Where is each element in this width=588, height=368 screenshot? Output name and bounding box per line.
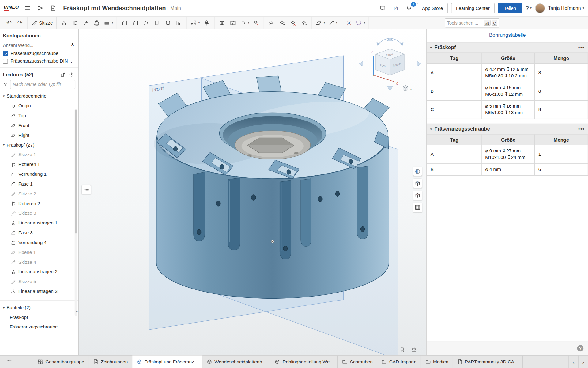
caret-down-icon[interactable]: ▾ [324, 21, 325, 25]
feature-item-verrundung-1[interactable]: Verrundung 1 [0, 169, 78, 179]
feature-item-skizze-3[interactable]: Skizze 3 [0, 209, 78, 218]
caret-down-icon[interactable]: ▾ [198, 21, 200, 25]
tab-wendeschneidplattenh[interactable]: Wendeschneidplattenh... [202, 356, 270, 368]
mirror-button[interactable] [201, 17, 212, 28]
scroll-tabs-right-button[interactable]: › [578, 356, 588, 368]
loft-button[interactable] [92, 17, 102, 28]
config-checkbox-2[interactable]: Fräseranzugsschraube DIN 6... [3, 59, 75, 64]
feature-item-fase-1[interactable]: Fase 1 [0, 179, 78, 189]
shell-button[interactable] [152, 17, 162, 28]
chamfer-button[interactable] [130, 17, 141, 28]
revolve-button[interactable] [70, 17, 80, 28]
scrollbar-thumb[interactable] [75, 110, 77, 234]
hole-row-B[interactable]: B⌀ 4 mm6 [427, 163, 588, 175]
balance-icon[interactable] [411, 346, 417, 353]
split-button[interactable] [228, 17, 238, 28]
scroll-down-icon[interactable]: ▾ [76, 310, 78, 313]
feature-item-skizze-2[interactable]: Skizze 2 [0, 189, 78, 199]
draft-button[interactable] [141, 17, 151, 28]
add-custom-feature-button[interactable] [59, 70, 67, 79]
move-face-button[interactable] [277, 17, 288, 28]
caret-down-icon[interactable]: ▾ [248, 21, 249, 25]
tab-fräskopf-und-fräseranz[interactable]: Fräskopf und Fräseranz... [132, 356, 202, 368]
chevron-down-icon[interactable]: ▾ [430, 46, 432, 49]
config-parameter-row[interactable]: Anzahl Wend... 8 [3, 42, 75, 48]
feature-item-rotieren-2[interactable]: Rotieren 2 [0, 199, 78, 209]
part-item-fräseranzugsschraube[interactable]: Fräseranzugsschraube [0, 322, 78, 332]
fs-tools-button[interactable] [344, 17, 354, 28]
chevron-down-icon[interactable]: ▾ [430, 127, 432, 131]
pencil-button[interactable]: Skizze [30, 17, 54, 28]
chevron-down-icon[interactable]: ▾ [3, 94, 5, 98]
appearance-panel-button[interactable] [413, 167, 422, 176]
tool-search[interactable]: alt C [445, 18, 499, 27]
app-store-button[interactable]: App Store [417, 3, 448, 13]
rib-button[interactable] [174, 17, 184, 28]
feature-item-skizze-4[interactable]: Skizze 4 [0, 257, 78, 267]
scroll-tabs-left-button[interactable]: ‹ [568, 356, 578, 368]
sweep-button[interactable] [81, 17, 91, 28]
add-tab-button[interactable] [19, 357, 28, 367]
fillet-button[interactable] [119, 17, 130, 28]
versions-button[interactable] [36, 3, 45, 13]
thicken-button[interactable]: ▾ [102, 17, 114, 28]
3d-scene[interactable]: Front Right [79, 29, 426, 355]
isometric-view-icon[interactable] [403, 86, 408, 91]
curve-button[interactable]: ▾ [326, 17, 338, 28]
delete-part-button[interactable] [251, 17, 261, 28]
feature-tree-scrollbar[interactable] [75, 109, 77, 316]
feature-item-origin[interactable]: Origin [0, 101, 78, 111]
chevron-down-icon[interactable]: ▾ [3, 143, 5, 147]
comment-button[interactable] [378, 3, 388, 13]
feature-item-linear-austragen-3[interactable]: Linear austragen 3 [0, 286, 78, 296]
plane-feature-button[interactable]: ▾ [314, 17, 326, 28]
filter-funnel-icon[interactable] [3, 82, 8, 87]
feature-item-right[interactable]: Right [0, 130, 78, 140]
caret-down-icon[interactable]: ▾ [410, 87, 412, 91]
main-menu-button[interactable] [23, 3, 32, 13]
feature-filter-box[interactable] [10, 80, 75, 89]
viewport-3d[interactable]: Front Right [79, 29, 426, 355]
section-header[interactable]: ▾Fräskopf••• [427, 42, 588, 53]
pattern-button[interactable]: ▾ [189, 17, 201, 28]
help-menu-button[interactable]: ?▾ [526, 5, 532, 11]
feature-item-skizze-5[interactable]: Skizze 5 [0, 277, 78, 286]
section-header[interactable]: ▾Fräseranzugsschraube••• [427, 124, 588, 135]
feature-item-verrundung-4[interactable]: Verrundung 4 [0, 238, 78, 247]
roll-cw-arrow[interactable] [391, 38, 402, 44]
feature-filter-input[interactable] [13, 82, 73, 87]
rotate-left-arrow[interactable] [359, 61, 363, 67]
more-options-icon[interactable]: ••• [578, 126, 585, 132]
view-cube[interactable]: Oben Vorn Rechts Z X ▾ [359, 37, 421, 91]
feature-item-linear-austragen-2[interactable]: Linear austragen 2 [0, 267, 78, 277]
share-button[interactable]: Teilen [498, 3, 522, 13]
hole-row-B[interactable]: B⌀ 5 mm ↧15 mmM6x1.00 ↧12 mm8 [427, 82, 588, 101]
caret-down-icon[interactable]: ▾ [112, 21, 113, 25]
feature-group-fräskopf-27[interactable]: ▾Fräskopf (27) [0, 140, 78, 150]
seal-icon[interactable] [399, 346, 405, 353]
feature-item-fase-3[interactable]: Fase 3 [0, 228, 78, 238]
custom-tool-button[interactable]: ▾ [354, 17, 366, 28]
user-menu-button[interactable]: Tanja Hofmann▾ [548, 5, 584, 11]
delete-face-button[interactable] [288, 17, 298, 28]
boolean-button[interactable] [217, 17, 227, 28]
checkbox-checked[interactable] [3, 51, 8, 56]
tab-rohlingherstellung-we[interactable]: Rohlingherstellung We... [270, 356, 338, 368]
learning-center-button[interactable]: Learning Center [451, 3, 495, 13]
rotate-right-arrow[interactable] [417, 61, 421, 67]
tab-gesamtbaugruppe[interactable]: Gesamtbaugruppe [33, 356, 89, 368]
transform-button[interactable]: ▾ [239, 17, 251, 28]
tab-partcommunity-3d-ca[interactable]: PARTcommunity 3D CA... [453, 356, 523, 368]
inneo-logo[interactable]: INNEO [4, 5, 19, 11]
rotate-up-arrow[interactable] [387, 37, 393, 41]
hole-row-C[interactable]: C⌀ 5 mm ↧16 mmM6x1.00 ↧13 mm8 [427, 101, 588, 119]
caret-down-icon[interactable]: ▾ [336, 21, 337, 25]
feature-item-rotieren-1[interactable]: Rotieren 1 [0, 159, 78, 169]
caret-down-icon[interactable]: ▾ [364, 21, 365, 25]
chevron-down-icon[interactable]: ▾ [3, 306, 5, 309]
tab-cad-importe[interactable]: CAD-Importe [377, 356, 421, 368]
feature-item-linear-austragen-1[interactable]: Linear austragen 1 [0, 218, 78, 228]
more-options-icon[interactable]: ••• [578, 45, 585, 50]
workspace-name[interactable]: Main [170, 5, 181, 11]
checkbox-unchecked[interactable] [3, 59, 8, 64]
